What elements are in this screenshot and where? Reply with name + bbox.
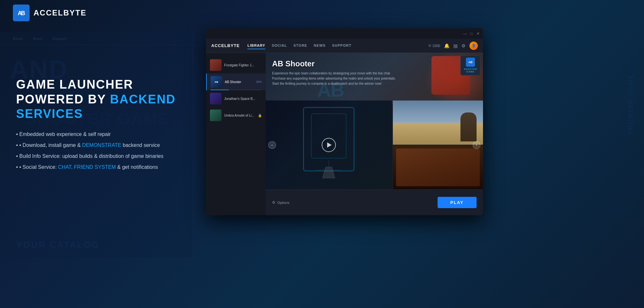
nav-news[interactable]: NEWS [314, 42, 326, 49]
maximize-button[interactable]: □ [469, 32, 473, 35]
gear-icon[interactable]: ⚙ [461, 43, 466, 48]
bullet-2: • Download, install game & DEMONSTRATE b… [16, 141, 196, 149]
currency-icon: ⊙ [428, 43, 431, 48]
game-thumb-img-2: AB [211, 76, 222, 88]
brand-name: ACCELBYTE [33, 8, 87, 17]
game-thumb-ab-shooter: AB [211, 76, 222, 88]
game-thumb-img-1 [210, 59, 222, 71]
ghost-nav-news: News [13, 37, 23, 41]
ghost-nav-support: Support [52, 37, 67, 41]
ghost-nav-store: Store [33, 37, 43, 41]
ab-logo-icon: A B [16, 8, 26, 18]
nav-items: LIBRARY SOCIAL STORE NEWS SUPPORT [247, 42, 428, 49]
right-shooter-text: SHOOTER GAME [627, 74, 634, 135]
bullet-1: Embedded web experience & self repair [16, 130, 196, 138]
shooter-badge: AB SHOOTERGAME [460, 55, 480, 75]
main-title: GAME LAUNCHER POWERED BY BACKEND SERVICE… [16, 77, 196, 121]
nav-currency: ⊙ 1500 [428, 43, 440, 48]
options-gear-icon: ⚙ [272, 200, 275, 205]
nav-brand: ACCELBYTE [211, 43, 240, 48]
gun-overlay [313, 160, 345, 180]
bullet-list: Embedded web experience & self repair • … [16, 130, 196, 171]
nav-store[interactable]: STORE [294, 42, 308, 49]
game-thumb-jonathan [210, 93, 222, 104]
game-sidebar: Frontgate Fighter J... AB AB Shooter 35% [206, 53, 266, 215]
nav-library[interactable]: LIBRARY [247, 42, 265, 49]
logo-icon: A B [13, 5, 30, 21]
top-header: A B ACCELBYTE [0, 0, 644, 26]
soldier-shape [460, 112, 477, 141]
title-line1: GAME LAUNCHER [16, 77, 196, 92]
game-thumb-frontgate [210, 59, 222, 71]
options-button[interactable]: ⚙ Options [272, 200, 289, 205]
options-label: Options [277, 201, 289, 205]
minimize-button[interactable]: — [463, 32, 467, 35]
title-line2-prefix: POWERED BY [16, 92, 110, 106]
inbox-icon[interactable]: ▤ [453, 43, 458, 48]
game-description: Experience the epic team collaboration b… [272, 71, 401, 86]
bell-icon[interactable]: 🔔 [444, 43, 450, 48]
nav-social[interactable]: SOCIAL [272, 42, 287, 49]
close-button[interactable]: ✕ [476, 32, 480, 35]
bullet-4: • Social Service: CHAT, FRIEND SYSTEM & … [16, 163, 196, 171]
bullet-2-highlight: DEMONSTRATE [82, 142, 121, 148]
nav-support[interactable]: SUPPORT [332, 42, 351, 49]
play-button[interactable]: PLAY [438, 197, 477, 208]
nav-right: ⊙ 1500 🔔 ▤ ⚙ 👤 [428, 42, 478, 50]
user-avatar[interactable]: 👤 [469, 42, 478, 50]
screenshot-side: › [393, 101, 483, 189]
screenshot-top [393, 101, 483, 145]
screenshot-bottom [393, 145, 483, 189]
game-item-jonathan[interactable]: Jonathan's Space B... [206, 90, 266, 107]
play-video-button[interactable] [322, 138, 336, 152]
shooter-badge-logo: AB [466, 58, 475, 67]
bottom-bar: ⚙ Options PLAY [266, 189, 483, 215]
game-progress-ab-shooter: 35% [256, 80, 262, 83]
game-item-frontgate[interactable]: Frontgate Fighter J... [206, 57, 266, 73]
logo-container: A B ACCELBYTE [13, 5, 87, 21]
svg-marker-2 [322, 167, 335, 178]
bullet-3: Build Info Service: upload builds & dist… [16, 152, 196, 160]
left-content-panel: GAME LAUNCHER POWERED BY BACKEND SERVICE… [16, 77, 196, 174]
game-thumb-img-4 [210, 110, 222, 121]
next-screenshot-button[interactable]: › [473, 141, 480, 149]
screenshot-top-scene [393, 101, 483, 145]
screenshot-bottom-scene [393, 145, 483, 189]
game-detail: AB AB SHOOTERGAME AB Shooter Experience … [266, 53, 483, 215]
shooter-badge-text: SHOOTERGAME [464, 68, 477, 73]
game-title-umbra: Umbra Amulet of Li... [224, 114, 255, 117]
game-title-ab-shooter: AB Shooter [225, 80, 253, 84]
screenshots-area: ‹ [266, 101, 483, 189]
svg-text:B: B [21, 10, 25, 16]
screenshot-main: ‹ [266, 101, 392, 189]
game-name: AB Shooter [272, 59, 451, 68]
bullet-4-chat: CHAT, FRIEND SYSTEM [58, 164, 116, 170]
game-item-ab-shooter[interactable]: AB AB Shooter 35% [206, 73, 266, 90]
nav-bar: ACCELBYTE LIBRARY SOCIAL STORE NEWS SUPP… [206, 39, 483, 53]
game-item-umbra[interactable]: Umbra Amulet of Li... 🔒 [206, 107, 266, 124]
game-title-jonathan: Jonathan's Space B... [224, 97, 262, 101]
launcher-window: — □ ✕ ACCELBYTE LIBRARY SOCIAL STORE NEW… [206, 28, 483, 215]
bottom-scene-overlay [396, 149, 480, 186]
play-triangle-icon [327, 142, 332, 148]
prev-screenshot-button[interactable]: ‹ [268, 141, 276, 149]
game-info-panel: AB Shooter Experience the epic team coll… [266, 53, 457, 86]
game-thumb-umbra [210, 110, 222, 121]
ghost-catalog-text: YOUR CATALOG [16, 240, 99, 250]
window-titlebar: — □ ✕ [206, 28, 483, 39]
game-thumb-img-3 [210, 93, 222, 104]
currency-amount: 1500 [432, 44, 440, 48]
lock-icon: 🔒 [258, 114, 262, 117]
game-title-frontgate: Frontgate Fighter J... [224, 63, 262, 67]
title-line2: POWERED BY BACKEND SERVICES [16, 92, 196, 121]
main-content: Frontgate Fighter J... AB AB Shooter 35% [206, 53, 483, 215]
